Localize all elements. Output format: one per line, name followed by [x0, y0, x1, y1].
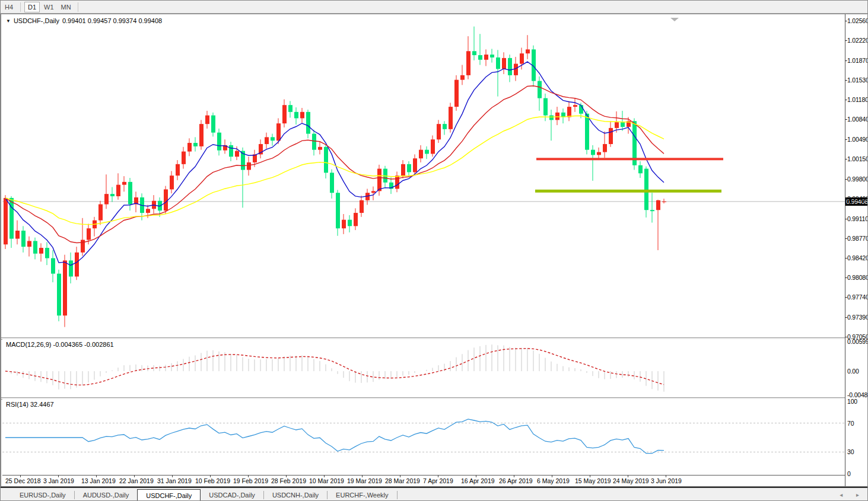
tab-scroll-arrows[interactable]: ◂ ▸ [840, 492, 865, 498]
timeframe-h4-button[interactable]: H4 [1, 2, 17, 12]
axis-tick [845, 119, 847, 120]
macd-indicator-panel[interactable]: MACD(12,26,9) -0.004365 -0.002861 [2, 339, 846, 397]
macd-axis-label: 0.00 [847, 368, 859, 375]
date-axis-label: 15 May 2019 [575, 477, 611, 484]
date-axis-tick [286, 475, 287, 477]
chart-tab-bar: EURUSD-,Daily AUDUSD-,Daily USDCHF-,Dail… [1, 487, 868, 501]
rsi-axis-label: 0 [847, 470, 851, 477]
axis-tick [845, 80, 847, 81]
date-axis-tick [96, 475, 97, 477]
rsi-axis-label: 70 [847, 420, 854, 427]
date-axis-tick [628, 475, 628, 477]
date-axis-label: 28 Feb 2019 [271, 477, 306, 484]
timeframe-mn-button[interactable]: MN [58, 2, 74, 12]
date-axis-tick [438, 475, 438, 477]
date-axis-tick [514, 475, 514, 477]
tab-eurusd-daily[interactable]: EURUSD-,Daily [11, 489, 74, 501]
date-axis-tick [58, 475, 59, 477]
chart-ohlc-values: 0.99401 0.99457 0.99374 0.99408 [62, 17, 162, 24]
macd-axis-label: 0.005999 [847, 338, 868, 345]
axis-tick [845, 219, 847, 219]
price-axis-label: 0.97390 [847, 314, 868, 321]
date-axis-label: 24 May 2019 [613, 477, 649, 484]
chart-symbol-label: USDCHF-,Daily [14, 17, 59, 24]
toolbar-separator [78, 2, 78, 12]
date-axis-tick [210, 475, 211, 477]
date-axis-tick [248, 475, 249, 477]
date-axis-label: 6 May 2019 [537, 477, 570, 484]
price-axis-label: 0.99460 [847, 195, 868, 202]
axis-tick [845, 139, 847, 140]
date-axis[interactable]: 25 Dec 20183 Jan 201913 Jan 201922 Jan 2… [2, 475, 845, 486]
date-axis-label: 19 Mar 2019 [347, 477, 382, 484]
ma-slow-yellow [5, 116, 664, 224]
tab-separator [397, 491, 398, 499]
price-axis[interactable]: 0.99408 1.025601.022201.018701.015301.01… [845, 14, 868, 486]
tab-usdchf-daily[interactable]: USDCHF-,Daily [137, 489, 201, 501]
date-axis-tick [362, 475, 363, 477]
timeframe-toolbar: H4 D1 W1 MN [1, 1, 868, 14]
tab-scroll-left-icon[interactable]: ◂ [840, 492, 848, 498]
axis-tick [845, 337, 847, 337]
axis-tick [845, 297, 847, 298]
price-axis-label: 1.01180 [847, 96, 868, 103]
date-axis-label: 3 Jan 2019 [43, 477, 74, 484]
price-axis-label: 1.02560 [847, 17, 868, 24]
candlestick-chart[interactable] [2, 15, 846, 337]
date-axis-tick [172, 475, 173, 477]
chart-title: ▼ USDCHF-,Daily 0.99401 0.99457 0.99374 … [6, 17, 162, 24]
tab-audusd-daily[interactable]: AUDUSD-,Daily [75, 489, 138, 501]
axis-tick [845, 317, 847, 318]
date-axis-label: 26 Apr 2019 [499, 477, 533, 484]
date-axis-tick [324, 475, 325, 477]
axis-tick [845, 21, 847, 21]
macd-signal-line [5, 349, 664, 385]
candles [4, 27, 666, 327]
ma-mid-red [5, 86, 664, 243]
timeframe-w1-button[interactable]: W1 [41, 2, 57, 12]
price-axis-label: 0.98080 [847, 274, 868, 281]
axis-tick [845, 40, 847, 41]
date-axis-label: 19 Feb 2019 [233, 477, 268, 484]
axis-tick [845, 258, 847, 259]
symbol-dropdown-icon[interactable]: ▼ [6, 18, 11, 24]
date-axis-label: 13 Jan 2019 [81, 477, 116, 484]
price-axis-label: 1.00840 [847, 116, 868, 123]
macd-label: MACD(12,26,9) -0.004365 -0.002861 [6, 341, 114, 348]
axis-tick [845, 100, 847, 100]
date-axis-label: 16 Apr 2019 [461, 477, 495, 484]
axis-tick [845, 238, 847, 239]
price-axis-label: 1.02220 [847, 37, 868, 44]
price-axis-label: 0.97740 [847, 293, 868, 301]
chart-window: ▼ USDCHF-,Daily 0.99401 0.99457 0.99374 … [1, 14, 868, 487]
ma-fast-blue [5, 62, 664, 265]
price-axis-label: 1.00150 [847, 155, 868, 162]
axis-tick [845, 60, 847, 61]
axis-tick [845, 179, 847, 180]
date-axis-label: 25 Dec 2018 [5, 477, 41, 484]
date-axis-label: 3 Jun 2019 [651, 477, 682, 484]
rsi-axis-label: 30 [847, 448, 854, 455]
date-axis-tick [590, 475, 590, 477]
tab-eurchf-weekly[interactable]: EURCHF-,Weekly [328, 489, 396, 501]
tab-usdcnh-daily[interactable]: USDCNH-,Daily [264, 489, 327, 501]
macd-chart [2, 339, 846, 397]
tab-usdcad-daily[interactable]: USDCAD-,Daily [201, 489, 263, 501]
date-axis-label: 10 Mar 2019 [309, 477, 344, 484]
date-axis-label: 7 Apr 2019 [423, 477, 453, 484]
rsi-chart [2, 399, 846, 475]
date-axis-tick [476, 475, 476, 477]
rsi-indicator-panel[interactable]: RSI(14) 32.4467 [2, 399, 846, 475]
main-price-panel[interactable]: ▼ USDCHF-,Daily 0.99401 0.99457 0.99374 … [2, 15, 846, 337]
chart-shift-marker-icon[interactable] [670, 18, 679, 21]
price-axis-label: 0.98420 [847, 254, 868, 261]
timeframe-d1-button[interactable]: D1 [24, 2, 40, 12]
date-axis-label: 10 Feb 2019 [195, 477, 230, 484]
price-axis-label: 1.00490 [847, 136, 868, 143]
price-axis-label: 1.01530 [847, 76, 868, 84]
rsi-line [5, 419, 664, 454]
date-axis-label: 28 Mar 2019 [385, 477, 420, 484]
tab-scroll-right-icon[interactable]: ▸ [856, 492, 865, 498]
price-axis-label: 0.99800 [847, 175, 868, 183]
axis-tick [845, 277, 847, 278]
